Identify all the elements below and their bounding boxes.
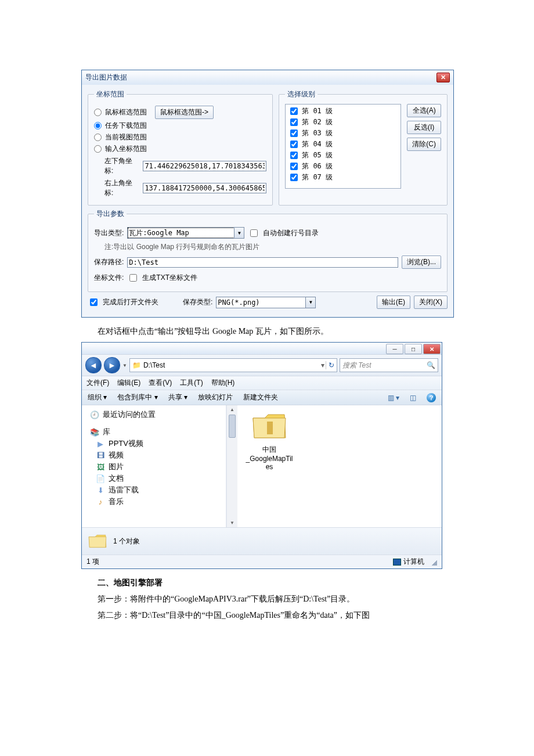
menu-tools[interactable]: 工具(T)	[180, 378, 203, 388]
music-icon: ♪	[96, 498, 105, 506]
close-icon[interactable]: ✕	[436, 73, 450, 82]
radio-mouse[interactable]	[94, 109, 102, 116]
scroll-thumb[interactable]	[229, 415, 236, 438]
search-input[interactable]: 搜索 Test 🔍	[340, 358, 438, 372]
chevron-down-icon: ▼	[234, 228, 244, 238]
export-button[interactable]: 输出(E)	[377, 296, 410, 309]
select-all-button[interactable]: 全选(A)	[407, 104, 441, 117]
close-button[interactable]: 关闭(X)	[414, 296, 448, 309]
folder-item[interactable]: 中国 _GoogleMapTil es	[243, 410, 295, 471]
levels-listbox[interactable]: 第 01 级 第 02 级 第 03 级 第 04 级 第 05 级 第 06 …	[285, 104, 401, 189]
tr-coord-input[interactable]	[143, 183, 266, 193]
folder-name-l3: es	[243, 463, 295, 471]
coord-file-label: 坐标文件:	[94, 273, 124, 283]
new-folder-button[interactable]: 新建文件夹	[243, 393, 278, 402]
file-pane[interactable]: 中国 _GoogleMapTil es	[237, 405, 442, 527]
level-check[interactable]	[290, 163, 298, 170]
resize-grip-icon[interactable]	[430, 559, 437, 566]
prose-line1: 在对话框中点击“输出”按钮导出 Google Map 瓦片，如下图所示。	[98, 323, 453, 340]
share-button[interactable]: 共享 ▾	[168, 393, 187, 402]
close-icon[interactable]: ✕	[423, 344, 441, 354]
save-path-label: 保存路径:	[94, 257, 124, 267]
search-icon: 🔍	[427, 361, 435, 369]
save-type-label: 保存类型:	[183, 297, 212, 307]
dialog-titlebar: 导出图片数据 ✕	[82, 70, 453, 85]
clear-button[interactable]: 清除(C)	[407, 138, 441, 151]
video-icon: ▶	[96, 440, 105, 448]
history-dropdown-icon[interactable]: ▼	[122, 363, 127, 368]
slideshow-button[interactable]: 放映幻灯片	[198, 393, 233, 402]
save-type-select[interactable]: PNG(*.png) ▼	[216, 297, 316, 308]
level-check[interactable]	[290, 107, 298, 115]
mouse-select-button[interactable]: 鼠标框选范围->	[155, 106, 214, 119]
export-type-select[interactable]: 瓦片:Google Map ▼	[127, 227, 244, 239]
radio-manual[interactable]	[94, 145, 102, 153]
menu-view[interactable]: 查看(V)	[149, 378, 172, 388]
library-icon: 📚	[90, 428, 99, 437]
tree-scrollbar[interactable]: ▲ ▼	[226, 405, 237, 527]
bl-coord-input[interactable]	[143, 161, 266, 171]
nav-forward-button[interactable]: ►	[104, 357, 120, 373]
status-bar: 1 项 计算机	[82, 555, 442, 568]
open-after-label: 完成后打开文件夹	[103, 297, 158, 307]
coord-file-checkbox[interactable]	[129, 274, 137, 282]
view-mode-icon[interactable]: ▥ ▾	[388, 394, 399, 402]
status-left: 1 项	[86, 557, 99, 567]
invert-button[interactable]: 反选(I)	[407, 121, 441, 134]
level-check[interactable]	[290, 118, 298, 126]
coord-range-group: 坐标范围 鼠标框选范围 鼠标框选范围-> 任务下载范围 当前视图范围 输入坐标范…	[88, 89, 273, 206]
radio-view-label: 当前视图范围	[105, 132, 147, 142]
export-dialog: 导出图片数据 ✕ 坐标范围 鼠标框选范围 鼠标框选范围-> 任务下载范围 当前视…	[81, 70, 454, 318]
chevron-down-icon: ▼	[305, 297, 315, 308]
explorer-window: ─ □ ✕ ◄ ► ▼ 📁 D:\Test ▾ ↻ 搜索 Test 🔍 文件(F…	[81, 342, 442, 569]
coord-range-legend: 坐标范围	[94, 89, 127, 99]
menu-file[interactable]: 文件(F)	[86, 378, 109, 388]
scroll-up-icon[interactable]: ▲	[230, 407, 234, 412]
export-params-group: 导出参数 导出类型: 瓦片:Google Map ▼ 自动创建行号目录 注:导出…	[88, 209, 448, 292]
toolbar: 组织 ▾ 包含到库中 ▾ 共享 ▾ 放映幻灯片 新建文件夹 ▥ ▾ ◫ ?	[82, 390, 442, 405]
radio-manual-label: 输入坐标范围	[105, 144, 147, 154]
download-icon: ⬇	[96, 486, 105, 495]
document-icon: 📄	[96, 474, 105, 483]
address-bar[interactable]: 📁 D:\Test ▾ ↻	[129, 358, 337, 372]
svg-rect-0	[267, 422, 273, 434]
open-after-checkbox[interactable]	[90, 298, 98, 306]
scroll-down-icon[interactable]: ▼	[230, 520, 234, 525]
folder-icon	[251, 410, 288, 442]
help-icon[interactable]: ?	[427, 393, 436, 402]
save-path-input[interactable]	[127, 257, 398, 268]
level-check[interactable]	[290, 152, 298, 159]
organize-button[interactable]: 组织 ▾	[88, 393, 107, 402]
level-check[interactable]	[290, 141, 298, 148]
refresh-icon[interactable]: ↻	[326, 361, 334, 369]
level-select-group: 选择级别 第 01 级 第 02 级 第 03 级 第 04 级 第 05 级 …	[279, 89, 448, 206]
menu-help[interactable]: 帮助(H)	[211, 378, 235, 388]
radio-task[interactable]	[94, 122, 102, 129]
menu-bar: 文件(F) 编辑(E) 查看(V) 工具(T) 帮助(H)	[82, 376, 442, 390]
level-check[interactable]	[290, 174, 298, 181]
dialog-title: 导出图片数据	[85, 73, 127, 82]
chevron-down-icon[interactable]: ▾	[321, 361, 324, 369]
picture-icon: 🖼	[96, 463, 105, 471]
nav-tree[interactable]: 🕘最近访问的位置 📚库 ▶PPTV视频 🎞视频 🖼图片 📄文档 ⬇迅雷下载 ♪音…	[82, 405, 226, 527]
level-check[interactable]	[290, 129, 298, 137]
menu-edit[interactable]: 编辑(E)	[117, 378, 140, 388]
radio-mouse-label: 鼠标框选范围	[105, 107, 147, 117]
details-pane: 1 个对象	[82, 527, 442, 555]
address-text: D:\Test	[143, 361, 165, 369]
nav-back-button[interactable]: ◄	[85, 357, 102, 373]
status-right: 计算机	[403, 557, 424, 567]
minimize-icon[interactable]: ─	[386, 344, 403, 354]
radio-view[interactable]	[94, 134, 102, 141]
maximize-icon[interactable]: □	[405, 344, 422, 354]
folder-icon: 📁	[132, 361, 141, 369]
include-button[interactable]: 包含到库中 ▾	[117, 393, 157, 402]
folder-name-l2: _GoogleMapTil	[243, 455, 295, 463]
folder-icon	[88, 532, 107, 550]
browse-button[interactable]: 浏览(B)...	[402, 255, 441, 269]
search-placeholder: 搜索 Test	[342, 361, 371, 370]
auto-row-checkbox[interactable]	[250, 229, 258, 237]
folder-name-l1: 中国	[243, 445, 295, 455]
preview-pane-icon[interactable]: ◫	[410, 394, 416, 402]
computer-icon	[393, 559, 401, 566]
